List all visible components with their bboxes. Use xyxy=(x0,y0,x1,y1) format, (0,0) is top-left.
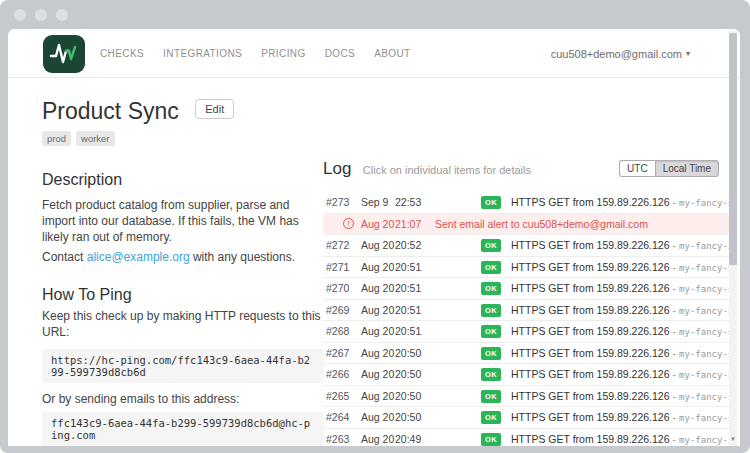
ping-event: HTTPS GET from 159.89.226.126 xyxy=(511,347,670,359)
tag-list: prod worker xyxy=(42,131,234,146)
ping-event: HTTPS GET from 159.89.226.126 xyxy=(511,368,670,380)
url-instruction: Keep this check up by making HTTP reques… xyxy=(42,308,324,340)
event-separator: - xyxy=(673,304,677,316)
ping-event: HTTPS GET from 159.89.226.126 xyxy=(511,390,670,402)
ping-event: HTTPS GET from 159.89.226.126 xyxy=(511,304,670,316)
ping-detail: my-fancy-sy… xyxy=(679,413,733,423)
ping-number: #266 xyxy=(323,368,361,380)
ping-time: 20:50 xyxy=(395,368,481,380)
log-row[interactable]: #265 Aug 20 20:50 OK HTTPS GET from 159.… xyxy=(323,386,733,408)
window-dot xyxy=(56,9,68,21)
description-text: Fetch product catalog from supplier, par… xyxy=(42,197,324,245)
log-row[interactable]: #268 Aug 20 20:51 OK HTTPS GET from 159.… xyxy=(323,321,733,343)
ok-status-badge: OK xyxy=(481,433,501,446)
log-row[interactable]: #273 Sep 9 22:53 OK HTTPS GET from 159.8… xyxy=(323,192,733,214)
ping-detail: my-fancy-sy… xyxy=(679,198,733,208)
contact-suffix: with any questions. xyxy=(190,250,295,264)
ping-date: Aug 20 xyxy=(361,411,395,423)
ping-date: Aug 20 xyxy=(361,304,395,316)
ping-number: #272 xyxy=(323,239,361,251)
ping-date: Aug 20 xyxy=(361,390,395,402)
ping-number: #269 xyxy=(323,304,361,316)
ping-number: #264 xyxy=(323,411,361,423)
ping-time: 20:49 xyxy=(395,433,481,445)
account-menu[interactable]: cuu508+demo@gmail.com ▾ xyxy=(551,29,690,78)
ping-detail: my-fancy-sy… xyxy=(679,349,733,359)
log-row[interactable]: #270 Aug 20 20:51 OK HTTPS GET from 159.… xyxy=(323,278,733,300)
badge-cell: OK xyxy=(481,410,511,424)
nav-integrations[interactable]: INTEGRATIONS xyxy=(163,48,242,59)
ping-event: HTTPS GET from 159.89.226.126 xyxy=(511,196,670,208)
ping-event-cell: HTTPS GET from 159.89.226.126-my-fancy-s… xyxy=(511,239,733,251)
event-separator: - xyxy=(673,368,677,380)
log-row[interactable]: #269 Aug 20 20:51 OK HTTPS GET from 159.… xyxy=(323,300,733,322)
page-content: Product Sync Edit prod worker Descriptio… xyxy=(8,78,740,446)
alert-message: Sent email alert to cuu508+demo@gmail.co… xyxy=(435,218,733,230)
ping-time: 20:50 xyxy=(395,347,481,359)
ok-status-badge: OK xyxy=(481,196,501,209)
ping-number: #265 xyxy=(323,390,361,402)
event-separator: - xyxy=(673,261,677,273)
log-row[interactable]: #266 Aug 20 20:50 OK HTTPS GET from 159.… xyxy=(323,364,733,386)
ping-date: Aug 20 xyxy=(361,239,395,251)
event-separator: - xyxy=(673,325,677,337)
ok-status-badge: OK xyxy=(481,261,501,274)
ping-event-cell: HTTPS GET from 159.89.226.126-my-fancy-s… xyxy=(511,282,733,294)
ping-detail: my-fancy-sy… xyxy=(679,306,733,316)
scrollbar[interactable]: ▲ ▼ xyxy=(729,31,737,446)
contact-email-link[interactable]: alice@example.org xyxy=(87,250,190,264)
alert-exclamation-icon: ! xyxy=(343,218,354,229)
ping-url-code: https://hc-ping.com/ffc143c9-6aea-44fa-b… xyxy=(42,349,324,383)
utc-button[interactable]: UTC xyxy=(619,160,655,177)
how-to-ping-heading: How To Ping xyxy=(42,285,324,304)
ok-status-badge: OK xyxy=(481,325,501,338)
ok-status-badge: OK xyxy=(481,304,501,317)
ping-date: Aug 20 xyxy=(361,368,395,380)
badge-cell: OK xyxy=(481,367,511,381)
healthchecks-logo[interactable] xyxy=(43,35,85,73)
browser-viewport: CHECKS INTEGRATIONS PRICING DOCS ABOUT c… xyxy=(8,29,740,446)
log-row[interactable]: #263 Aug 20 20:49 OK HTTPS GET from 159.… xyxy=(323,429,733,447)
ping-event-cell: HTTPS GET from 159.89.226.126-my-fancy-s… xyxy=(511,261,733,273)
ping-date: Sep 9 xyxy=(361,196,395,208)
ping-detail: my-fancy-sy… xyxy=(679,435,733,445)
window-controls xyxy=(14,9,68,21)
log-row-alert[interactable]: ! Aug 20 21:07 Sent email alert to cuu50… xyxy=(323,214,733,236)
page-title: Product Sync xyxy=(42,98,179,124)
ping-number: #263 xyxy=(323,433,361,445)
timezone-toggle: UTC Local Time xyxy=(619,160,719,177)
ping-number: #267 xyxy=(323,347,361,359)
ok-status-badge: OK xyxy=(481,411,501,424)
badge-cell: OK xyxy=(481,324,511,338)
ping-number: #270 xyxy=(323,282,361,294)
ping-event-cell: HTTPS GET from 159.89.226.126-my-fancy-s… xyxy=(511,347,733,359)
ok-status-badge: OK xyxy=(481,368,501,381)
navbar: CHECKS INTEGRATIONS PRICING DOCS ABOUT c… xyxy=(8,29,740,78)
event-separator: - xyxy=(673,390,677,402)
scrollbar-thumb[interactable] xyxy=(729,33,737,265)
local-time-button[interactable]: Local Time xyxy=(655,160,719,177)
badge-cell: OK xyxy=(481,346,511,360)
nav-about[interactable]: ABOUT xyxy=(374,48,410,59)
log-row[interactable]: #272 Aug 20 20:52 OK HTTPS GET from 159.… xyxy=(323,235,733,257)
window-dot xyxy=(35,9,47,21)
chevron-down-icon: ▾ xyxy=(686,49,690,58)
nav-docs[interactable]: DOCS xyxy=(325,48,356,59)
scroll-down-icon[interactable]: ▼ xyxy=(729,435,737,443)
ping-detail: my-fancy-sy… xyxy=(679,263,733,273)
browser-frame: CHECKS INTEGRATIONS PRICING DOCS ABOUT c… xyxy=(0,0,750,453)
ping-event-cell: HTTPS GET from 159.89.226.126-my-fancy-s… xyxy=(511,368,733,380)
nav-pricing[interactable]: PRICING xyxy=(261,48,305,59)
edit-button[interactable]: Edit xyxy=(195,99,234,119)
nav-checks[interactable]: CHECKS xyxy=(100,48,144,59)
log-row[interactable]: #271 Aug 20 20:51 OK HTTPS GET from 159.… xyxy=(323,257,733,279)
log-row[interactable]: #264 Aug 20 20:50 OK HTTPS GET from 159.… xyxy=(323,407,733,429)
ok-status-badge: OK xyxy=(481,282,501,295)
ping-date: Aug 20 xyxy=(361,282,395,294)
ping-event-cell: HTTPS GET from 159.89.226.126-my-fancy-s… xyxy=(511,433,733,445)
ping-detail: my-fancy-sy… xyxy=(679,241,733,251)
event-separator: - xyxy=(673,411,677,423)
log-row[interactable]: #267 Aug 20 20:50 OK HTTPS GET from 159.… xyxy=(323,343,733,365)
log-header: Log Click on individual items for detail… xyxy=(323,159,733,189)
contact-prefix: Contact xyxy=(42,250,87,264)
